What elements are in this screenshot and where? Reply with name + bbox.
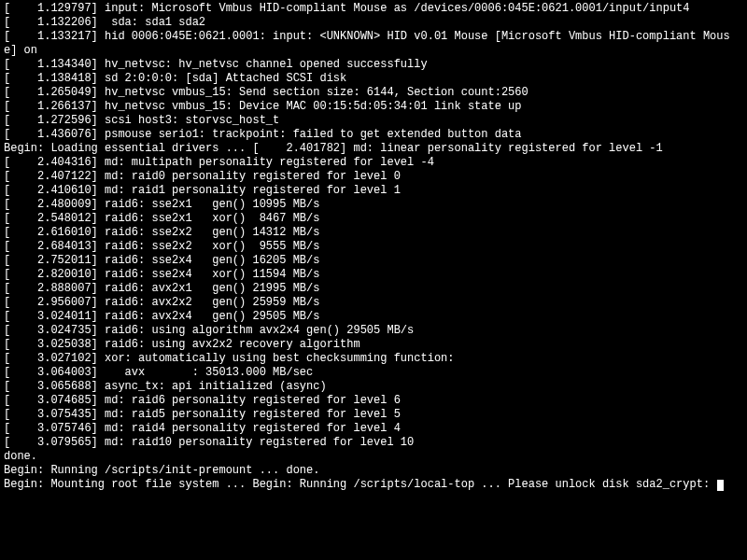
console-line: [ 2.404316] md: multipath personality re… bbox=[4, 156, 743, 170]
console-line: Begin: Mounting root file system ... Beg… bbox=[4, 478, 743, 492]
console-line: [ 2.407122] md: raid0 personality regist… bbox=[4, 170, 743, 184]
console-line: [ 3.025038] raid6: using avx2x2 recovery… bbox=[4, 338, 743, 352]
console-line: [ 2.410610] md: raid1 personality regist… bbox=[4, 184, 743, 198]
console-line: [ 2.752011] raid6: sse2x4 gen() 16205 MB… bbox=[4, 254, 743, 268]
console-line: [ 1.266137] hv_netvsc vmbus_15: Device M… bbox=[4, 100, 743, 114]
console-line: [ 3.027102] xor: automatically using bes… bbox=[4, 352, 743, 366]
console-line: [ 1.129797] input: Microsoft Vmbus HID-c… bbox=[4, 2, 743, 16]
console-line: [ 2.888007] raid6: avx2x1 gen() 21995 MB… bbox=[4, 282, 743, 296]
console-line: Begin: Running /scripts/init-premount ..… bbox=[4, 464, 743, 478]
console-line: [ 3.075746] md: raid4 personality regist… bbox=[4, 422, 743, 436]
console-line: [ 1.436076] psmouse serio1: trackpoint: … bbox=[4, 128, 743, 142]
console-line: [ 3.024735] raid6: using algorithm avx2x… bbox=[4, 324, 743, 338]
console-line: [ 3.024011] raid6: avx2x4 gen() 29505 MB… bbox=[4, 310, 743, 324]
console-line: [ 1.134340] hv_netvsc: hv_netvsc channel… bbox=[4, 58, 743, 72]
console-line: [ 2.820010] raid6: sse2x4 xor() 11594 MB… bbox=[4, 268, 743, 282]
console-line: done. bbox=[4, 450, 743, 464]
console-line: [ 3.075435] md: raid5 personality regist… bbox=[4, 408, 743, 422]
console-line: [ 2.616010] raid6: sse2x2 gen() 14312 MB… bbox=[4, 226, 743, 240]
console-line: [ 1.272596] scsi host3: storvsc_host_t bbox=[4, 114, 743, 128]
console-line: [ 1.265049] hv_netvsc vmbus_15: Send sec… bbox=[4, 86, 743, 100]
console-line: [ 3.074685] md: raid6 personality regist… bbox=[4, 394, 743, 408]
console-line: [ 2.548012] raid6: sse2x1 xor() 8467 MB/… bbox=[4, 212, 743, 226]
console-line: [ 3.079565] md: raid10 personality regis… bbox=[4, 436, 743, 450]
console-line: [ 1.133217] hid 0006:045E:0621.0001: inp… bbox=[4, 30, 743, 58]
console-line: [ 1.138418] sd 2:0:0:0: [sda] Attached S… bbox=[4, 72, 743, 86]
console-line: [ 2.684013] raid6: sse2x2 xor() 9555 MB/… bbox=[4, 240, 743, 254]
boot-console[interactable]: [ 1.129797] input: Microsoft Vmbus HID-c… bbox=[0, 0, 747, 494]
cursor bbox=[717, 480, 724, 491]
console-line: [ 1.132206] sda: sda1 sda2 bbox=[4, 16, 743, 30]
console-line: Begin: Loading essential drivers ... [ 2… bbox=[4, 142, 743, 156]
console-line: [ 3.065688] async_tx: api initialized (a… bbox=[4, 380, 743, 394]
console-line: [ 2.480009] raid6: sse2x1 gen() 10995 MB… bbox=[4, 198, 743, 212]
console-line: [ 3.064003] avx : 35013.000 MB/sec bbox=[4, 366, 743, 380]
console-line: [ 2.956007] raid6: avx2x2 gen() 25959 MB… bbox=[4, 296, 743, 310]
